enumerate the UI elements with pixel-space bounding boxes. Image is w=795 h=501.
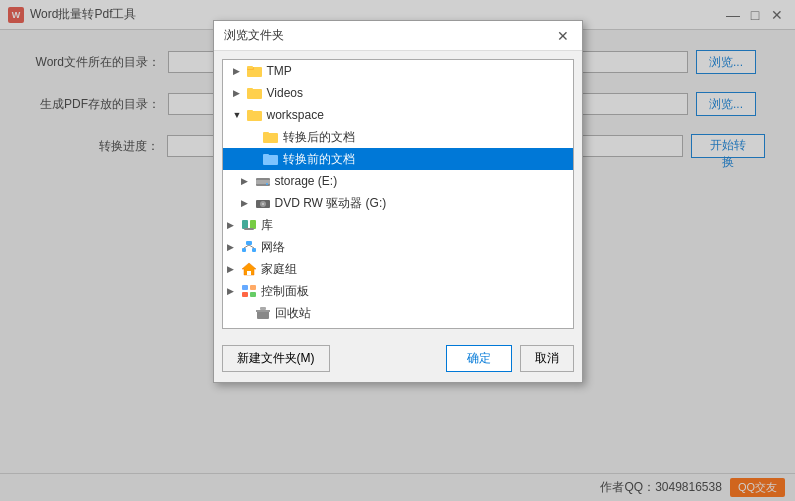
svg-rect-4 [247,88,253,91]
app-window: W Word批量转Pdf工具 — □ ✕ Word文件所在的目录： 浏览... … [0,0,795,501]
expand-icon-workspace: ▼ [233,110,247,120]
dialog-close-button[interactable]: ✕ [554,27,572,45]
svg-rect-8 [263,132,269,135]
expand-icon-storage: ▶ [241,176,255,186]
tree-item-dvdrw[interactable]: ▶ DVD RW 驱动器 (G:) [223,192,573,214]
tree-label-converted: 转换后的文档 [283,129,355,146]
folder-icon-workspace [247,108,263,122]
svg-point-13 [266,183,268,185]
svg-rect-12 [256,180,270,184]
svg-rect-29 [242,292,248,297]
browse-folder-dialog: 浏览文件夹 ✕ ▶ TMP ▶ [213,20,583,383]
recycle-icon [255,306,271,320]
folder-icon-videos [247,86,263,100]
folder-icon-original [263,152,279,166]
svg-rect-19 [244,228,254,230]
dialog-title: 浏览文件夹 [224,27,284,44]
svg-point-16 [262,203,264,205]
tree-label-aa: AA [275,328,291,329]
svg-rect-17 [242,220,248,229]
svg-rect-26 [247,271,251,275]
tree-label-homegroup: 家庭组 [261,261,297,278]
drive-icon-dvdrw [255,196,271,210]
tree-item-homegroup[interactable]: ▶ 家庭组 [223,258,573,280]
tree-item-tmp[interactable]: ▶ TMP [223,60,573,82]
tree-item-converted[interactable]: 转换后的文档 [223,126,573,148]
expand-icon-dvdrw: ▶ [241,198,255,208]
tree-item-network[interactable]: ▶ 网络 [223,236,573,258]
tree-label-dvdrw: DVD RW 驱动器 (G:) [275,195,387,212]
expand-icon-tmp: ▶ [233,66,247,76]
expand-icon-network: ▶ [227,242,241,252]
tree-label-original: 转换前的文档 [283,151,355,168]
tree-item-videos[interactable]: ▶ Videos [223,82,573,104]
tree-item-workspace[interactable]: ▼ workspace [223,104,573,126]
modal-overlay: 浏览文件夹 ✕ ▶ TMP ▶ [0,0,795,501]
tree-label-library: 库 [261,217,273,234]
svg-rect-27 [242,285,248,290]
dialog-title-bar: 浏览文件夹 ✕ [214,21,582,51]
tree-item-aa[interactable]: AA [223,324,573,329]
confirm-button[interactable]: 确定 [446,345,512,372]
expand-icon-videos: ▶ [233,88,247,98]
svg-line-24 [249,245,254,248]
svg-rect-21 [242,248,246,252]
svg-rect-6 [247,110,253,113]
tree-label-storage: storage (E:) [275,174,338,188]
folder-icon-tmp [247,64,263,78]
svg-rect-22 [252,248,256,252]
svg-rect-10 [263,154,269,157]
tree-item-recycle[interactable]: 回收站 [223,302,573,324]
tree-item-original[interactable]: 转换前的文档 [223,148,573,170]
svg-rect-28 [250,285,256,290]
tree-label-workspace: workspace [267,108,324,122]
tree-label-tmp: TMP [267,64,292,78]
dialog-buttons: 新建文件夹(M) 确定 取消 [214,337,582,382]
controlpanel-icon [241,284,257,298]
new-folder-button[interactable]: 新建文件夹(M) [222,345,330,372]
expand-icon-library: ▶ [227,220,241,230]
svg-rect-20 [246,241,252,245]
drive-icon-storage [255,174,271,188]
library-icon [241,218,257,232]
expand-icon-controlpanel: ▶ [227,286,241,296]
tree-item-library[interactable]: ▶ 库 [223,214,573,236]
tree-label-network: 网络 [261,239,285,256]
tree-label-recycle: 回收站 [275,305,311,322]
svg-rect-30 [250,292,256,297]
svg-rect-32 [260,307,266,310]
expand-icon-homegroup: ▶ [227,264,241,274]
tree-item-storage[interactable]: ▶ storage (E:) [223,170,573,192]
folder-tree[interactable]: ▶ TMP ▶ Videos ▼ [222,59,574,329]
svg-line-23 [244,245,249,248]
dialog-btn-group: 确定 取消 [446,345,574,372]
folder-icon-converted [263,130,279,144]
svg-rect-33 [256,310,270,312]
folder-icon-aa [255,328,271,329]
tree-item-controlpanel[interactable]: ▶ 控制面板 [223,280,573,302]
tree-label-controlpanel: 控制面板 [261,283,309,300]
homegroup-icon [241,262,257,276]
svg-rect-18 [250,220,256,229]
tree-label-videos: Videos [267,86,303,100]
cancel-button[interactable]: 取消 [520,345,574,372]
network-icon [241,240,257,254]
svg-rect-2 [247,66,253,69]
